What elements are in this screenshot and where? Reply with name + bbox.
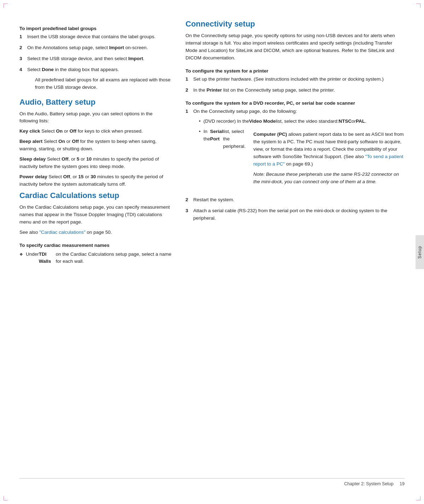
dvd-bullet-1: (DVD recorder) In the Video Mode list, s… <box>199 118 405 125</box>
right-column: Connectivity setup On the Connectivity s… <box>186 19 405 268</box>
dvd-step-2: 2 Restart the system. <box>186 196 405 204</box>
send-patient-report-link[interactable]: "To send a patient report to a PC" <box>253 154 403 167</box>
key-click-item: Key click Select On or Off for keys to c… <box>19 128 171 135</box>
dvd-step-1: 1 On the Connectivity setup page, do the… <box>186 108 405 193</box>
import-heading: To import predefined label groups <box>19 26 171 31</box>
step-content-4: Select Done in the dialog box that appea… <box>27 66 171 94</box>
import-step-3: 3 Select the USB storage device, and the… <box>19 55 171 63</box>
step-content-1: Insert the USB storage device that conta… <box>27 33 171 41</box>
printer-step-num-2: 2 <box>186 87 193 94</box>
cardiac-intro: On the Cardiac Calculations setup page, … <box>19 204 171 226</box>
printer-step-content-2: In the Printer list on the Connectivity … <box>193 87 405 94</box>
dvd-bullet-list: (DVD recorder) In the Video Mode list, s… <box>199 118 405 190</box>
power-delay-item: Power delay Select Off, or 15 or 30 minu… <box>19 173 171 188</box>
dvd-step-num-3: 3 <box>186 207 193 215</box>
dvd-subsection: To configure the system for a DVD record… <box>186 100 405 222</box>
sleep-delay-item: Sleep delay Select Off, or 5 or 10 minut… <box>19 156 171 170</box>
step-content-2: On the Annotations setup page, select Im… <box>27 44 171 52</box>
dvd-bullet-2: In the Serial Port list, select the peri… <box>199 128 405 190</box>
step-num-1: 1 <box>19 33 27 41</box>
left-column: To import predefined label groups 1 Inse… <box>19 19 171 268</box>
printer-heading: To configure the system for a printer <box>186 68 405 74</box>
dvd-step-num-1: 1 <box>186 108 193 115</box>
connectivity-intro: On the Connectivity setup page, you spec… <box>186 32 405 62</box>
printer-steps: 1 Set up the printer hardware. (See inst… <box>186 76 405 94</box>
printer-step-num-1: 1 <box>186 76 193 83</box>
audio-heading: Audio, Battery setup <box>19 98 171 107</box>
printer-subsection: To configure the system for a printer 1 … <box>186 68 405 94</box>
corner-mark-tl <box>4 4 8 8</box>
import-step-2: 2 On the Annotations setup page, select … <box>19 44 171 52</box>
printer-step-content-1: Set up the printer hardware. (See instru… <box>193 76 405 83</box>
step-num-2: 2 <box>19 44 27 52</box>
dvd-step-content-3: Attach a serial cable (RS-232) from the … <box>193 207 405 222</box>
corner-mark-bl <box>4 496 8 500</box>
cardiac-diamond-list: Under TDI Walls on the Cardiac Calculati… <box>19 251 171 266</box>
dvd-step-3: 3 Attach a serial cable (RS-232) from th… <box>186 207 405 222</box>
dvd-step-content-1: On the Connectivity setup page, do the f… <box>193 108 405 193</box>
import-step-4-note: All predefined label groups for all exam… <box>35 76 171 91</box>
import-step-1: 1 Insert the USB storage device that con… <box>19 33 171 41</box>
footer: Chapter 2: System Setup 19 <box>19 478 405 486</box>
computer-pc-block: Computer (PC) allows patient report data… <box>253 131 405 187</box>
step-content-3: Select the USB storage device, and then … <box>27 55 171 63</box>
import-section: To import predefined label groups 1 Inse… <box>19 26 171 94</box>
side-tab-label: Setup <box>417 245 422 258</box>
corner-mark-br <box>416 496 420 500</box>
side-tab: Setup <box>416 235 424 269</box>
footer-page-number: 19 <box>400 481 405 486</box>
printer-step-2: 2 In the Printer list on the Connectivit… <box>186 87 405 94</box>
import-steps: 1 Insert the USB storage device that con… <box>19 33 171 94</box>
dvd-step-num-2: 2 <box>186 196 193 204</box>
corner-mark-tr <box>416 4 420 8</box>
footer-chapter: Chapter 2: System Setup <box>344 481 394 486</box>
cardiac-diamond-item: Under TDI Walls on the Cardiac Calculati… <box>19 251 171 266</box>
cardiac-subsection-heading: To specify cardiac measurement names <box>19 243 171 248</box>
cardiac-see-also: See also "Cardiac calculations" on page … <box>19 229 171 236</box>
cardiac-heading: Cardiac Calculations setup <box>19 191 171 200</box>
rs232-note: Note: Because these peripherals use the … <box>253 171 405 186</box>
step-num-3: 3 <box>19 55 27 63</box>
cardiac-calculations-link[interactable]: "Cardiac calculations" <box>39 230 85 235</box>
cardiac-section: Cardiac Calculations setup On the Cardia… <box>19 191 171 266</box>
dvd-heading: To configure the system for a DVD record… <box>186 100 405 106</box>
step-num-4: 4 <box>19 66 27 74</box>
beep-alert-item: Beep alert Select On or Off for the syst… <box>19 138 171 153</box>
dvd-steps: 1 On the Connectivity setup page, do the… <box>186 108 405 222</box>
printer-step-1: 1 Set up the printer hardware. (See inst… <box>186 76 405 83</box>
dvd-step-content-2: Restart the system. <box>193 196 405 204</box>
audio-section: Audio, Battery setup On the Audio, Batte… <box>19 98 171 188</box>
connectivity-section: Connectivity setup On the Connectivity s… <box>186 19 405 222</box>
audio-intro: On the Audio, Battery setup page, you ca… <box>19 110 171 125</box>
import-step-4: 4 Select Done in the dialog box that app… <box>19 66 171 94</box>
connectivity-heading: Connectivity setup <box>186 19 405 29</box>
